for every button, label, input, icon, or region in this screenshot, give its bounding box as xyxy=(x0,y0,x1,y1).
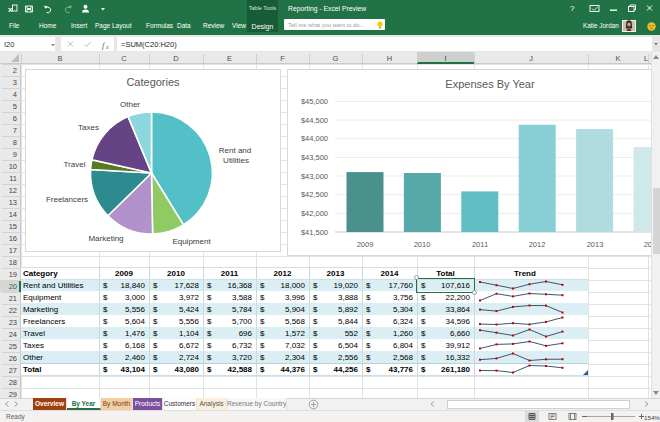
svg-text:$42,500: $42,500 xyxy=(301,190,328,199)
svg-text:?: ? xyxy=(570,4,575,13)
svg-text:Rent and: Rent and xyxy=(219,146,251,155)
svg-text:$41,500: $41,500 xyxy=(301,228,328,237)
svg-text:2010: 2010 xyxy=(414,240,431,249)
svg-text:Other: Other xyxy=(120,100,140,109)
svg-text:2011: 2011 xyxy=(472,240,488,249)
svg-text:Taxes: Taxes xyxy=(78,123,99,132)
svg-text:Travel: Travel xyxy=(64,160,86,169)
svg-text:2009: 2009 xyxy=(357,240,374,249)
svg-text:$42,000: $42,000 xyxy=(301,209,328,218)
svg-text:Utilities: Utilities xyxy=(223,156,249,165)
svg-text:2012: 2012 xyxy=(529,240,546,249)
svg-text:$43,500: $43,500 xyxy=(301,153,328,162)
svg-text:Categories: Categories xyxy=(126,76,180,88)
svg-text:x: x xyxy=(105,44,109,50)
svg-text:$43,000: $43,000 xyxy=(301,172,328,181)
svg-text:2013: 2013 xyxy=(587,240,604,249)
svg-text:$45,000: $45,000 xyxy=(301,97,328,106)
svg-text:$44,000: $44,000 xyxy=(301,134,328,143)
svg-text:Marketing: Marketing xyxy=(88,234,123,243)
svg-text:Expenses By Year: Expenses By Year xyxy=(445,78,535,90)
svg-text:Equipment: Equipment xyxy=(172,237,211,246)
svg-text:$44,500: $44,500 xyxy=(301,116,328,125)
svg-text:Freelancers: Freelancers xyxy=(46,195,88,204)
